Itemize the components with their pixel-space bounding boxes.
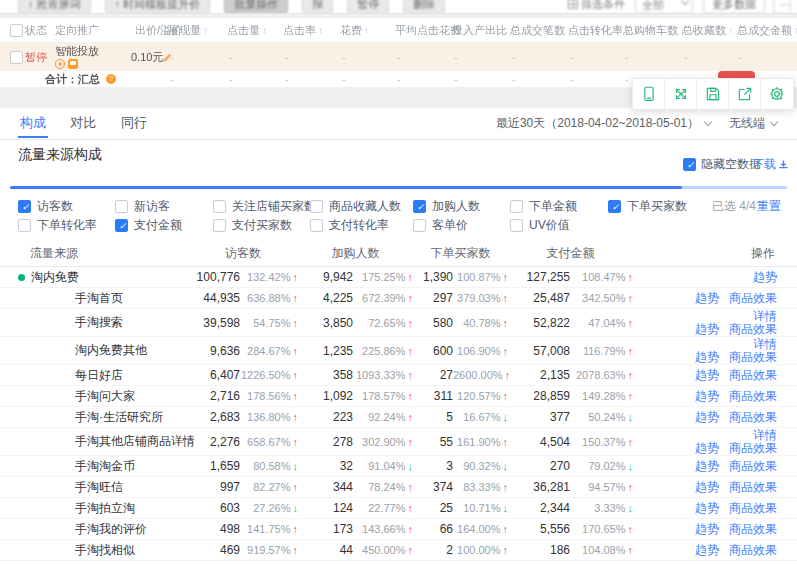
campaign-column-header[interactable]: 总成交金额↑ — [737, 18, 797, 43]
metric-value: 5,556 — [508, 522, 570, 536]
filter-settings-label[interactable]: 筛选条件 — [568, 0, 625, 12]
metric-filter-5[interactable]: 加购人数 — [413, 198, 480, 215]
campaign-column-header[interactable]: 点击转化率↑ — [568, 18, 630, 43]
save-button[interactable] — [697, 79, 729, 109]
filter-checkbox[interactable] — [310, 219, 323, 232]
source-name: 手淘我的评价 — [75, 521, 147, 538]
op-link-trend[interactable]: 趋势 — [695, 291, 719, 305]
metric-filter-6[interactable]: 下单金额 — [510, 198, 577, 215]
metric-filter-4[interactable]: 商品收藏人数 — [310, 198, 401, 215]
filter-checkbox[interactable] — [413, 219, 426, 232]
filter-checkbox[interactable] — [413, 200, 426, 213]
op-link-trend[interactable]: 趋势 — [695, 410, 719, 424]
filter-checkbox[interactable] — [510, 200, 523, 213]
filter-checkbox[interactable] — [310, 200, 323, 213]
campaign-name[interactable]: 智能投放 — [55, 46, 99, 69]
toolbar-button-4[interactable]: 报 — [302, 0, 333, 14]
op-link-detail[interactable]: 详情 — [753, 428, 777, 442]
fullscreen-button[interactable] — [665, 79, 697, 109]
op-link-trend[interactable]: 趋势 — [695, 543, 719, 557]
op-link-trend[interactable]: 趋势 — [695, 441, 719, 455]
filter-checkbox[interactable] — [510, 219, 523, 232]
op-link-product-effect[interactable]: 商品效果 — [729, 368, 777, 382]
op-link-product-effect[interactable]: 商品效果 — [729, 459, 777, 473]
overflow-button[interactable]: ⋯ — [773, 0, 791, 14]
op-link-product-effect[interactable]: 商品效果 — [729, 441, 777, 455]
campaign-column-header[interactable]: 总购物车数↑ — [623, 18, 685, 43]
tab-peers[interactable]: 同行 — [121, 108, 147, 138]
campaign-column-header[interactable]: 投入产出比↑ — [452, 18, 514, 43]
filter-checkbox[interactable] — [115, 200, 128, 213]
select-all-checkbox[interactable] — [10, 24, 23, 37]
op-link-trend[interactable]: 趋势 — [695, 501, 719, 515]
metric-filter-1[interactable]: 访客数 — [18, 198, 73, 215]
op-link-trend[interactable]: 趋势 — [753, 270, 777, 284]
tab-compare[interactable]: 对比 — [70, 108, 96, 138]
metric-filter-3[interactable]: 关注店铺买家数 — [213, 198, 316, 215]
metric-filter-2[interactable]: 新访客 — [115, 198, 170, 215]
filter-checkbox[interactable] — [213, 219, 226, 232]
toolbar-button-2[interactable]: ↑ 时间模板提升价 — [105, 0, 211, 14]
help-icon[interactable]: ? — [106, 74, 116, 84]
op-link-product-effect[interactable]: 商品效果 — [729, 322, 777, 336]
op-link-product-effect[interactable]: 商品效果 — [729, 501, 777, 515]
toolbar-button-6[interactable]: 删除 — [403, 0, 445, 14]
mobile-preview-button[interactable] — [633, 79, 665, 109]
toolbar-button-1[interactable]: ↑ 抢首屏词 — [18, 0, 91, 14]
download-link[interactable]: 下载 — [752, 156, 789, 173]
metric-filter-7[interactable]: 下单买家数 — [608, 198, 687, 215]
creative-badge-icon[interactable] — [68, 59, 78, 69]
campaign-column-header[interactable]: 展现量↑ — [168, 18, 208, 43]
filter-checkbox[interactable] — [213, 200, 226, 213]
campaign-column-header[interactable]: 点击量↑ — [227, 18, 267, 43]
tab-composition[interactable]: 构成 — [20, 108, 46, 138]
op-link-trend[interactable]: 趋势 — [695, 368, 719, 382]
campaign-column-header[interactable]: 点击率↑ — [283, 18, 323, 43]
hide-empty-checkbox[interactable] — [683, 158, 696, 171]
op-link-trend[interactable]: 趋势 — [695, 322, 719, 336]
op-link-trend[interactable]: 趋势 — [695, 459, 719, 473]
op-link-detail[interactable]: 详情 — [753, 337, 777, 351]
metric-value: 2,276 — [188, 435, 240, 449]
row-checkbox[interactable] — [10, 51, 23, 64]
filter-checkbox[interactable] — [18, 200, 31, 213]
metric-change: 141.75%↑ — [240, 523, 298, 535]
scroll-indicator[interactable] — [10, 186, 787, 189]
op-link-product-effect[interactable]: 商品效果 — [729, 543, 777, 557]
op-link-detail[interactable]: 详情 — [753, 309, 777, 323]
op-link-product-effect[interactable]: 商品效果 — [729, 350, 777, 364]
metric-filter-8[interactable]: 下单转化率 — [18, 217, 97, 234]
reset-link[interactable]: 重置 — [757, 198, 781, 215]
share-button[interactable] — [729, 79, 761, 109]
metric-filter-11[interactable]: 支付转化率 — [310, 217, 389, 234]
filter-checkbox[interactable] — [115, 219, 128, 232]
toolbar-select[interactable]: 全部 — [635, 0, 693, 14]
metric-value: 344 — [298, 480, 353, 494]
metric-filter-13[interactable]: UV价值 — [510, 217, 570, 234]
toolbar-button-3[interactable]: 批量操作 — [224, 0, 288, 14]
op-link-product-effect[interactable]: 商品效果 — [729, 291, 777, 305]
toolbar-button-5[interactable]: 暂停 — [347, 0, 389, 14]
filter-checkbox[interactable] — [18, 219, 31, 232]
hide-empty-toggle[interactable]: 隐藏空数据 — [683, 156, 761, 173]
more-data-button[interactable]: 更多数据 — [703, 0, 765, 14]
metric-filter-12[interactable]: 客单价 — [413, 217, 468, 234]
date-range-select[interactable]: 最近30天（2018-04-02~2018-05-01） — [496, 115, 711, 132]
settings-button[interactable] — [761, 79, 793, 109]
play-circle-icon[interactable] — [55, 59, 65, 69]
op-link-product-effect[interactable]: 商品效果 — [729, 522, 777, 536]
op-link-product-effect[interactable]: 商品效果 — [729, 389, 777, 403]
metric-filter-10[interactable]: 支付买家数 — [213, 217, 292, 234]
metric-filter-9[interactable]: 支付金额 — [115, 217, 182, 234]
op-link-trend[interactable]: 趋势 — [695, 522, 719, 536]
op-link-trend[interactable]: 趋势 — [695, 480, 719, 494]
op-link-product-effect[interactable]: 商品效果 — [729, 410, 777, 424]
filter-checkbox[interactable] — [608, 200, 621, 213]
op-link-product-effect[interactable]: 商品效果 — [729, 480, 777, 494]
campaign-column-header[interactable]: 总成交笔数↑ — [510, 18, 572, 43]
campaign-column-header[interactable]: 总收藏数↑ — [682, 18, 733, 43]
op-link-trend[interactable]: 趋势 — [695, 389, 719, 403]
channel-select[interactable]: 无线端 — [729, 115, 777, 132]
op-link-trend[interactable]: 趋势 — [695, 350, 719, 364]
campaign-column-header[interactable]: 花费↑ — [340, 18, 369, 43]
